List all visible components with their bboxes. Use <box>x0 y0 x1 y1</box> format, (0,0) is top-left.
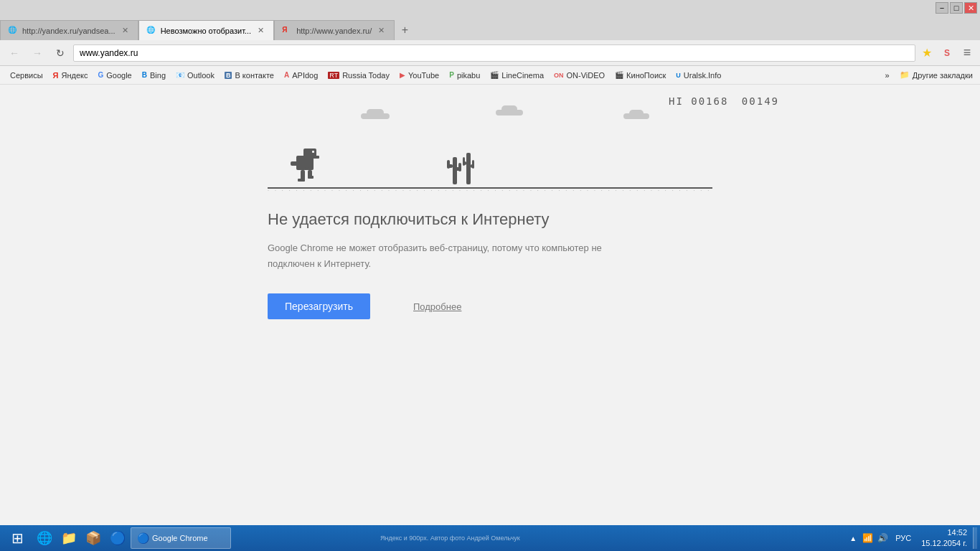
bookmarks-folder-icon: 📁 <box>900 70 910 80</box>
lang-indicator[interactable]: РУС <box>891 534 915 542</box>
url-input[interactable] <box>80 48 909 58</box>
cactus-1 <box>447 157 461 187</box>
bookmark-label-kinopoisk: КиноПоиск <box>626 71 666 80</box>
svg-rect-18 <box>447 160 450 169</box>
forward-button[interactable]: → <box>27 43 47 63</box>
bookmark-apidog[interactable]: A APIdog <box>280 70 322 81</box>
bookmark-google[interactable]: G Google <box>93 70 136 81</box>
bookmark-pikabu[interactable]: P pikabu <box>445 70 484 81</box>
bookmark-favicon-yandex: Я <box>53 71 59 80</box>
svg-rect-10 <box>305 167 309 170</box>
file-manager-icon[interactable]: 📁 <box>57 527 80 549</box>
bookmark-label-linecinema: LineCinema <box>501 71 544 80</box>
svg-rect-12 <box>301 170 305 180</box>
tab-close-1[interactable]: ✕ <box>120 25 131 36</box>
svg-rect-8 <box>312 151 314 153</box>
reload-button[interactable]: Перезагрузить <box>268 293 370 319</box>
svg-rect-21 <box>466 153 471 184</box>
bookmark-label-vk: В контакте <box>235 71 274 80</box>
bookmarks-folder[interactable]: 📁 Другие закладки <box>895 69 977 81</box>
new-tab-button[interactable]: + <box>395 20 415 40</box>
bookmarks-more-button[interactable]: » <box>881 70 894 81</box>
ie-icon[interactable]: 🌐 <box>33 527 56 549</box>
bookmarks-folder-label: Другие закладки <box>913 71 973 80</box>
maximize-button[interactable]: □ <box>950 2 963 14</box>
chrome-task-label: Google Chrome <box>152 534 208 542</box>
extension-button[interactable]: S <box>938 44 956 62</box>
bookmark-label-rt: Russia Today <box>342 71 390 80</box>
error-description: Google Chrome не может отобразить веб-ст… <box>268 240 712 272</box>
tab-close-2[interactable]: ✕ <box>255 25 266 36</box>
bookmark-kinopoisk[interactable]: 🎬 КиноПоиск <box>611 70 670 81</box>
bookmark-favicon-uralsk: U <box>676 72 681 79</box>
svg-rect-25 <box>472 160 474 169</box>
bookmark-star-icon[interactable]: ★ <box>918 44 936 62</box>
bookmark-vk[interactable]: В В контакте <box>220 70 278 81</box>
tab-favicon-3: Я <box>282 26 292 36</box>
bookmark-label-youtube: YouTube <box>408 71 439 80</box>
window-controls: − □ ✕ <box>936 2 977 14</box>
bookmark-servisy[interactable]: Сервисы <box>3 70 47 81</box>
svg-rect-15 <box>308 176 314 179</box>
tab-bar: 🌐 http://yandex.ru/yandsea... ✕ 🌐 Невозм… <box>0 16 980 40</box>
cactus-2 <box>463 153 474 187</box>
tab-title-3: http://www.yandex.ru/ <box>296 27 372 35</box>
bookmark-label-servisy: Сервисы <box>10 71 43 80</box>
tab-close-3[interactable]: ✕ <box>376 25 387 36</box>
nav-bar: ← → ↻ ★ S ≡ <box>0 40 980 66</box>
bookmark-favicon-bing: B <box>142 71 147 79</box>
address-bar[interactable] <box>73 44 915 62</box>
svg-rect-11 <box>291 161 299 166</box>
page-content: HI 00168 00149 <box>0 85 980 525</box>
bookmark-label-uralsk: Uralsk.Info <box>684 71 722 80</box>
start-button[interactable]: ⊞ <box>3 527 32 549</box>
show-desktop-button[interactable] <box>973 527 977 549</box>
svg-rect-9 <box>314 156 319 159</box>
bookmark-yandex[interactable]: Я Яндекс <box>49 70 93 81</box>
tab-favicon-2: 🌐 <box>146 26 156 36</box>
bookmark-label-pikabu: pikabu <box>457 71 480 80</box>
svg-rect-3 <box>501 105 517 113</box>
reload-button[interactable]: ↻ <box>50 43 70 63</box>
bookmark-uralsk[interactable]: U Uralsk.Info <box>672 70 725 81</box>
bookmark-bing[interactable]: B Bing <box>138 70 170 81</box>
chrome-icon[interactable]: 🔵 <box>106 527 129 549</box>
minimize-button[interactable]: − <box>936 2 948 14</box>
cloud-3 <box>619 108 655 123</box>
bookmark-favicon-kinopoisk: 🎬 <box>615 71 623 79</box>
bookmark-favicon-apidog: A <box>284 71 289 79</box>
tab-2[interactable]: 🌐 Невозможно отобразит... ✕ <box>138 20 274 40</box>
current-score: 00149 <box>742 95 779 107</box>
clock[interactable]: 14:52 15.12.2054 г. <box>917 527 971 550</box>
bookmarks-bar: Сервисы Я Яндекс G Google B Bing 📧 Outlo… <box>0 66 980 85</box>
bookmark-russia-today[interactable]: RT Russia Today <box>324 70 394 81</box>
bookmark-onvideo[interactable]: ON ON-ViDEO <box>550 70 609 81</box>
tray-notification-arrow[interactable]: ▲ <box>847 534 859 542</box>
svg-rect-5 <box>629 110 644 117</box>
bookmark-favicon-vk: В <box>225 72 232 79</box>
bookmark-label-apidog: APIdog <box>292 71 318 80</box>
details-link[interactable]: Подробнее <box>413 301 461 312</box>
svg-rect-20 <box>458 163 461 171</box>
tray-volume-icon[interactable]: 🔊 <box>876 533 890 543</box>
chrome-task[interactable]: 🔵 Google Chrome <box>131 527 231 549</box>
bookmark-label-outlook: Outlook <box>187 71 215 80</box>
bookmark-label-bing: Bing <box>150 71 166 80</box>
store-icon[interactable]: 📦 <box>82 527 105 549</box>
back-button[interactable]: ← <box>4 43 24 63</box>
svg-rect-16 <box>453 157 457 184</box>
tab-3[interactable]: Я http://www.yandex.ru/ ✕ <box>274 20 395 40</box>
menu-button[interactable]: ≡ <box>958 44 976 62</box>
tray-network-icon[interactable]: 📶 <box>861 533 875 543</box>
close-button[interactable]: ✕ <box>964 2 977 14</box>
tab-favicon-1: 🌐 <box>8 26 18 36</box>
tab-1[interactable]: 🌐 http://yandex.ru/yandsea... ✕ <box>0 20 138 40</box>
ground-texture: . . . . . . . . . . . . . . . . . . . . … <box>268 187 712 192</box>
svg-rect-1 <box>367 109 384 116</box>
svg-rect-14 <box>298 179 305 182</box>
bookmark-linecinema[interactable]: 🎬 LineCinema <box>486 70 548 81</box>
bookmark-youtube[interactable]: ▶ YouTube <box>395 70 443 81</box>
bookmark-outlook[interactable]: 📧 Outlook <box>171 70 219 81</box>
clock-time: 14:52 <box>921 527 967 538</box>
cloud-1 <box>354 106 397 123</box>
